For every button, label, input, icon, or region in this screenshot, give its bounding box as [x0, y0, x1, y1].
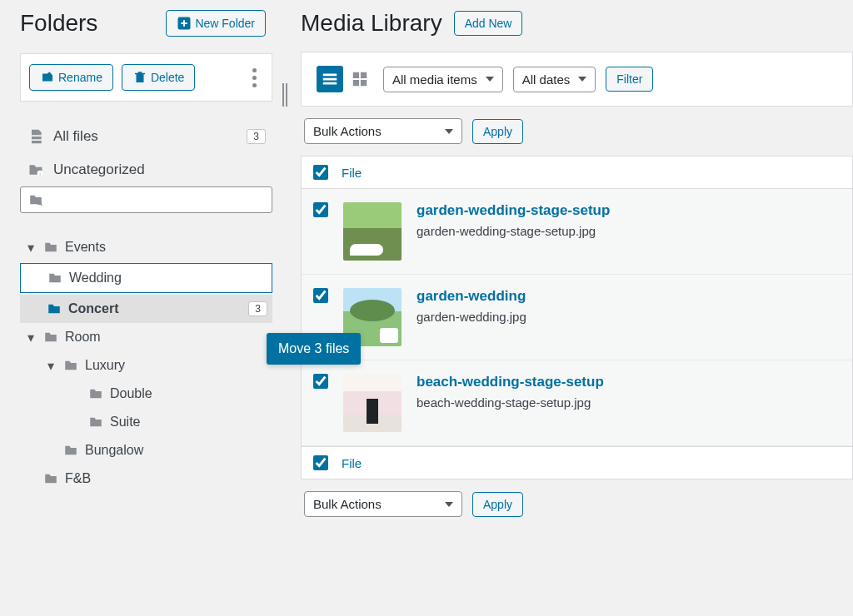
- trash-icon: [132, 70, 147, 85]
- folder-search[interactable]: [20, 186, 272, 213]
- folder-icon: [42, 471, 60, 486]
- apply-button-top[interactable]: Apply: [472, 119, 523, 144]
- uncategorized-row[interactable]: i Uncategorized: [20, 153, 272, 186]
- new-folder-button[interactable]: New Folder: [166, 10, 266, 37]
- thumbnail[interactable]: [343, 374, 402, 432]
- tree-label: Room: [65, 330, 101, 345]
- filter-toolbar: All media items All dates Filter: [301, 52, 853, 107]
- folder-icon: [87, 386, 105, 401]
- apply-label: Apply: [483, 498, 512, 511]
- tree-label: Concert: [68, 301, 118, 316]
- type-filter-select[interactable]: All media items: [383, 67, 503, 92]
- folder-icon: [45, 301, 63, 316]
- list-view-button[interactable]: [317, 66, 343, 92]
- tree-label: Wedding: [69, 271, 122, 286]
- tree-label: Events: [65, 240, 106, 255]
- table-row[interactable]: garden-wedding garden-wedding.jpg: [302, 275, 852, 360]
- table-row[interactable]: garden-wedding-stage-setup garden-weddin…: [302, 189, 852, 275]
- all-files-row[interactable]: All files 3: [20, 120, 272, 153]
- sidebar-title: Folders: [20, 10, 97, 37]
- folder-icon: [42, 240, 60, 255]
- folder-search-input[interactable]: [47, 193, 265, 207]
- sidebar-header: Folders New Folder: [20, 10, 272, 37]
- grid-icon: [351, 70, 369, 88]
- uncategorized-label: Uncategorized: [53, 161, 145, 178]
- page-title: Media Library: [301, 10, 442, 37]
- tree-label: Bungalow: [85, 443, 143, 458]
- bulk-actions-select-bottom[interactable]: Bulk Actions: [304, 491, 462, 517]
- folder-icon: [87, 415, 105, 430]
- chevron-down-icon[interactable]: ▾: [25, 241, 37, 253]
- media-filename: garden-wedding.jpg: [417, 310, 526, 324]
- folder-info-icon: i: [27, 161, 45, 178]
- folders-sidebar: Folders New Folder Rename Delete All fil…: [0, 0, 279, 616]
- table-row[interactable]: beach-wedding-stage-setup beach-wedding-…: [302, 360, 852, 446]
- row-info: garden-wedding garden-wedding.jpg: [417, 288, 526, 324]
- bulk-actions-select[interactable]: Bulk Actions: [304, 118, 462, 144]
- rename-label: Rename: [58, 71, 102, 84]
- row-checkbox[interactable]: [313, 202, 328, 217]
- date-filter-value: All dates: [522, 72, 571, 87]
- row-checkbox[interactable]: [313, 288, 328, 303]
- media-filename: garden-wedding-stage-setup.jpg: [417, 224, 610, 238]
- tree-item-luxury[interactable]: ▾ Luxury: [20, 351, 272, 380]
- date-filter-select[interactable]: All dates: [513, 67, 596, 92]
- tree-item-events[interactable]: ▾ Events: [20, 233, 272, 261]
- table-footer: File: [302, 446, 852, 479]
- add-new-button[interactable]: Add New: [454, 11, 523, 36]
- media-title-link[interactable]: beach-wedding-stage-setup: [417, 374, 604, 390]
- select-all-checkbox-bottom[interactable]: [313, 455, 328, 470]
- add-new-label: Add New: [465, 17, 512, 30]
- filter-label: Filter: [616, 72, 642, 86]
- row-info: beach-wedding-stage-setup beach-wedding-…: [417, 374, 604, 410]
- grid-view-button[interactable]: [347, 66, 373, 92]
- rename-button[interactable]: Rename: [29, 64, 113, 91]
- tree-item-room[interactable]: ▾ Room: [20, 323, 272, 351]
- column-resize-handle[interactable]: [279, 0, 291, 616]
- file-column-footer[interactable]: File: [342, 456, 362, 470]
- folder-icon: [46, 271, 64, 286]
- tree-item-fnb[interactable]: F&B: [20, 464, 272, 493]
- apply-button-bottom[interactable]: Apply: [472, 492, 523, 517]
- filter-button[interactable]: Filter: [606, 67, 653, 92]
- tree-label: Double: [110, 386, 152, 401]
- bulk-actions-bottom: Bulk Actions Apply: [301, 479, 853, 529]
- delete-button[interactable]: Delete: [122, 64, 195, 91]
- plus-icon: [177, 16, 192, 31]
- folder-toolbar: Rename Delete: [20, 53, 272, 102]
- file-column-header[interactable]: File: [342, 166, 362, 180]
- tree-label: Suite: [110, 415, 140, 430]
- media-title-link[interactable]: garden-wedding-stage-setup: [417, 202, 610, 219]
- tree-item-wedding[interactable]: Wedding: [20, 263, 272, 293]
- tree-item-bungalow[interactable]: Bungalow: [20, 436, 272, 464]
- tree-item-concert[interactable]: Concert 3: [20, 295, 272, 323]
- chevron-down-icon[interactable]: ▾: [45, 360, 57, 371]
- thumbnail[interactable]: [343, 288, 402, 346]
- folder-icon: [62, 443, 80, 458]
- chevron-down-icon[interactable]: ▾: [25, 331, 37, 343]
- folder-count: 3: [248, 301, 267, 316]
- rename-icon: [40, 70, 55, 85]
- folder-search-icon: [27, 192, 44, 207]
- new-folder-label: New Folder: [195, 17, 255, 30]
- row-checkbox[interactable]: [313, 374, 328, 389]
- tree-item-double[interactable]: Double: [20, 380, 272, 408]
- thumbnail[interactable]: [343, 202, 402, 261]
- media-table: File garden-wedding-stage-setup garden-w…: [301, 156, 853, 479]
- stack-icon: [27, 128, 45, 145]
- tree-label: Luxury: [85, 358, 125, 373]
- media-title-link[interactable]: garden-wedding: [417, 288, 526, 305]
- tree-item-suite[interactable]: Suite: [20, 408, 272, 436]
- all-files-label: All files: [53, 128, 98, 145]
- row-info: garden-wedding-stage-setup garden-weddin…: [417, 202, 610, 238]
- tree-label: F&B: [65, 471, 91, 486]
- bulk-select-value: Bulk Actions: [313, 497, 382, 511]
- more-actions-button[interactable]: [245, 66, 263, 89]
- bulk-actions-top: Bulk Actions Apply: [301, 107, 853, 156]
- select-all-checkbox[interactable]: [313, 165, 328, 180]
- delete-label: Delete: [151, 71, 184, 84]
- media-library-main: Media Library Add New All media items Al…: [291, 0, 853, 616]
- bulk-select-value: Bulk Actions: [313, 124, 382, 138]
- folder-icon: [62, 358, 80, 373]
- folder-tree: ▾ Events Wedding Concert 3 ▾ Room ▾ Luxu…: [20, 226, 272, 493]
